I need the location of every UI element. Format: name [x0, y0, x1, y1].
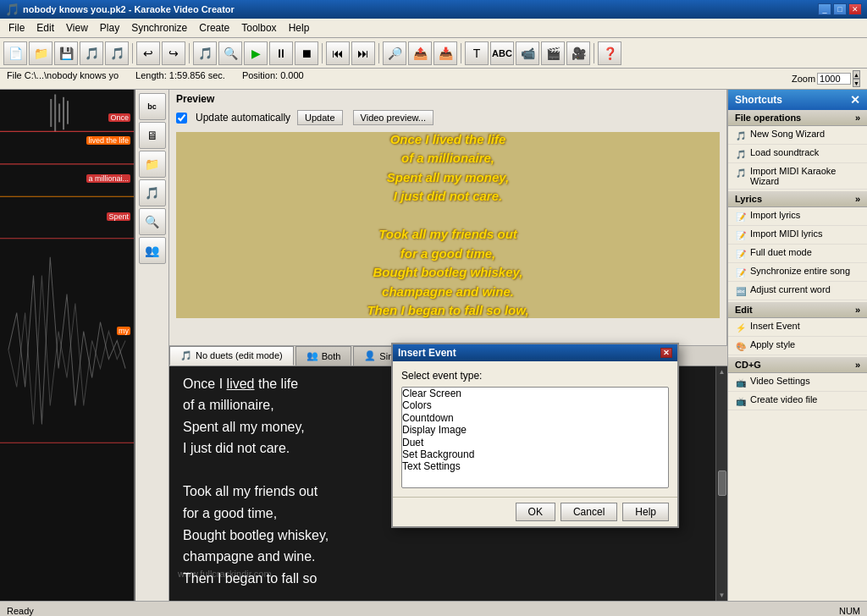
- marker-lived: lived the life: [86, 136, 130, 145]
- minimize-button[interactable]: _: [818, 3, 831, 15]
- toolbar-load[interactable]: 🎵: [105, 41, 129, 65]
- toolbar-play[interactable]: ▶: [244, 41, 268, 65]
- ctrl-folder[interactable]: 📁: [139, 151, 166, 178]
- menu-toolbox[interactable]: Toolbox: [236, 20, 281, 36]
- event-option-0[interactable]: Clear Screen: [402, 388, 668, 399]
- menu-file[interactable]: File: [3, 20, 30, 36]
- tab-both[interactable]: 👥 Both: [295, 346, 352, 366]
- section-collapse-icon-2: »: [855, 194, 860, 204]
- shortcut-load-soundtrack[interactable]: 🎵 Load soundtrack: [728, 145, 867, 163]
- shortcut-create-video[interactable]: 📺 Create video file: [728, 392, 867, 410]
- toolbar-redo[interactable]: ↪: [162, 41, 185, 65]
- shortcuts-close[interactable]: ✕: [850, 93, 860, 107]
- toolbar-abc[interactable]: ABC: [490, 41, 514, 65]
- toolbar-export2[interactable]: 📥: [434, 41, 457, 65]
- maximize-button[interactable]: □: [833, 3, 847, 15]
- insert-event-dialog[interactable]: Insert Event ✕ Select event type: Clear …: [391, 343, 679, 528]
- insert-event-icon: ⚡: [735, 322, 747, 333]
- create-video-icon: 📺: [735, 395, 747, 407]
- menu-edit[interactable]: Edit: [31, 20, 59, 36]
- toolbar-rewind[interactable]: ⏮: [326, 41, 350, 65]
- dialog-cancel-button[interactable]: Cancel: [561, 503, 617, 521]
- close-button[interactable]: ✕: [848, 3, 862, 15]
- shortcut-video-settings[interactable]: 📺 Video Settings: [728, 373, 867, 392]
- lyrics-line-9: champagne and wine.: [183, 546, 714, 568]
- dialog-close-button[interactable]: ✕: [660, 348, 672, 358]
- shortcuts-header: Shortcuts ✕: [728, 90, 867, 110]
- menu-view[interactable]: View: [61, 20, 93, 36]
- scroll-up-arrow[interactable]: ▲: [719, 368, 726, 376]
- toolbar-video2[interactable]: 🎬: [541, 41, 565, 65]
- menu-synchronize[interactable]: Synchronize: [126, 20, 192, 36]
- shortcut-adjust-word[interactable]: 🔤 Adjust current word: [728, 282, 867, 300]
- toolbar-video1[interactable]: 📹: [516, 41, 539, 65]
- menu-help[interactable]: Help: [284, 20, 315, 36]
- scroll-down-arrow[interactable]: ▼: [719, 591, 726, 599]
- update-button[interactable]: Update: [297, 110, 342, 125]
- toolbar-forward[interactable]: ⏭: [351, 41, 375, 65]
- toolbar-video3[interactable]: 🎥: [566, 41, 590, 65]
- tab-no-duets[interactable]: 🎵 No duets (edit mode): [169, 346, 294, 366]
- toolbar-save[interactable]: 💾: [54, 41, 78, 65]
- zoom-control[interactable]: Zoom ▲ ▼: [792, 70, 860, 87]
- toolbar-text[interactable]: T: [465, 41, 489, 65]
- zoom-down-button[interactable]: ▼: [853, 79, 860, 87]
- event-option-1[interactable]: Colors: [402, 399, 668, 411]
- shortcut-new-song-wizard[interactable]: 🎵 New Song Wizard: [728, 126, 867, 145]
- section-header-file[interactable]: File operations »: [728, 110, 867, 126]
- lyrics-scrollbar[interactable]: ▲ ▼: [715, 366, 727, 602]
- event-option-5[interactable]: Set Background: [402, 448, 668, 460]
- dialog-ok-button[interactable]: OK: [516, 503, 555, 521]
- toolbar-pause[interactable]: ⏸: [269, 41, 293, 65]
- toolbar-open[interactable]: 📁: [29, 41, 52, 65]
- event-type-list[interactable]: Clear ScreenColorsCountdownDisplay Image…: [401, 387, 669, 488]
- toolbar-undo[interactable]: ↩: [136, 41, 160, 65]
- section-header-lyrics[interactable]: Lyrics »: [728, 191, 867, 207]
- separator-3: [322, 43, 323, 63]
- svg-rect-3: [58, 103, 60, 122]
- shortcut-apply-style[interactable]: 🎨 Apply style: [728, 337, 867, 355]
- event-option-2[interactable]: Countdown: [402, 412, 668, 424]
- toolbar-wizard[interactable]: 🎵: [80, 41, 103, 65]
- video-preview-button[interactable]: Video preview...: [353, 110, 434, 125]
- menu-play[interactable]: Play: [95, 20, 124, 36]
- toolbar-help[interactable]: ❓: [598, 41, 621, 65]
- ctrl-music[interactable]: 🎵: [139, 179, 166, 206]
- section-header-edit[interactable]: Edit »: [728, 302, 867, 318]
- toolbar-zoom[interactable]: 🔎: [383, 41, 406, 65]
- event-option-3[interactable]: Display Image: [402, 424, 668, 436]
- event-option-4[interactable]: Duet: [402, 437, 668, 448]
- auto-update-checkbox[interactable]: [176, 113, 187, 124]
- toolbar-search[interactable]: 🔍: [218, 41, 242, 65]
- shortcut-import-midi-lyrics[interactable]: 📝 Import MIDI lyrics: [728, 226, 867, 245]
- preview-video: Once I lived the life of a millionaire, …: [176, 132, 720, 318]
- ctrl-users[interactable]: 👥: [139, 237, 166, 264]
- dialog-help-button[interactable]: Help: [622, 503, 669, 521]
- zoom-up-button[interactable]: ▲: [853, 70, 860, 79]
- event-option-6[interactable]: Text Settings: [402, 460, 668, 472]
- menu-create[interactable]: Create: [194, 20, 235, 36]
- import-lyrics-icon: 📝: [735, 211, 747, 223]
- ctrl-bc[interactable]: bc: [139, 93, 166, 120]
- midi-wizard-icon: 🎵: [735, 167, 747, 179]
- waveform-panel[interactable]: Once lived the life a millionai... Spent…: [0, 90, 135, 601]
- ctrl-monitor[interactable]: 🖥: [139, 122, 166, 149]
- toolbar-new[interactable]: 📄: [3, 41, 27, 65]
- shortcut-insert-event[interactable]: ⚡ Insert Event: [728, 318, 867, 337]
- zoom-input[interactable]: [817, 73, 851, 85]
- shortcut-full-duet[interactable]: 📝 Full duet mode: [728, 245, 867, 263]
- shortcut-import-lyrics[interactable]: 📝 Import lyrics: [728, 207, 867, 226]
- svg-rect-4: [63, 97, 64, 129]
- toolbar-music[interactable]: 🎵: [193, 41, 217, 65]
- section-header-cdg[interactable]: CD+G »: [728, 357, 867, 373]
- toolbar-stop[interactable]: ⏹: [295, 41, 318, 65]
- shortcuts-cdg: CD+G » 📺 Video Settings 📺 Create video f…: [728, 357, 867, 410]
- titlebar-controls[interactable]: _ □ ✕: [818, 3, 862, 15]
- tab-singer1-icon: 👤: [364, 350, 376, 361]
- toolbar-export1[interactable]: 📤: [408, 41, 432, 65]
- ctrl-search[interactable]: 🔍: [139, 208, 166, 235]
- tab-no-duets-icon: 🎵: [180, 350, 192, 361]
- scroll-thumb[interactable]: [718, 470, 726, 496]
- shortcut-midi-wizard[interactable]: 🎵 Import MIDI Karaoke Wizard: [728, 163, 867, 190]
- shortcut-sync-song[interactable]: 📝 Synchronize entire song: [728, 263, 867, 282]
